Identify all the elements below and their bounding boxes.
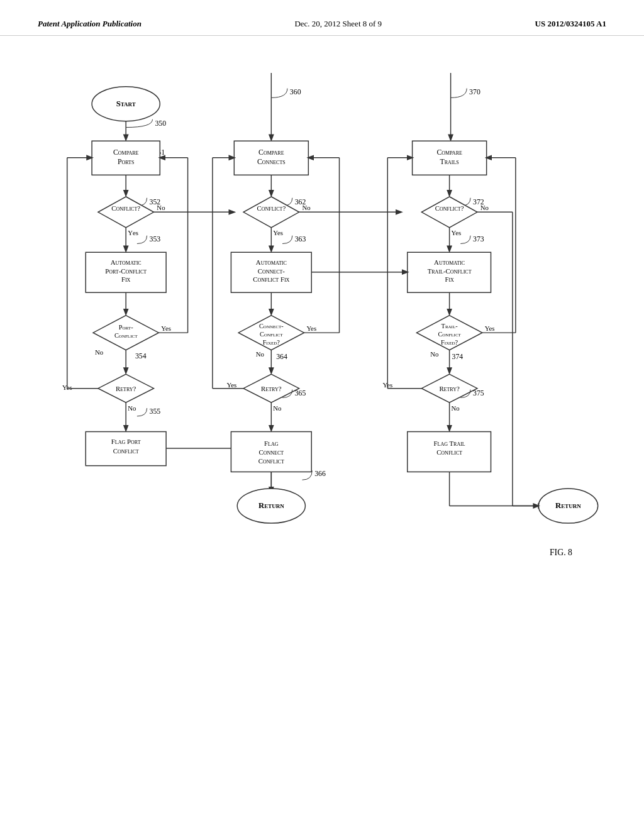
- svg-text:365: 365: [295, 389, 306, 397]
- svg-text:Return: Return: [555, 501, 581, 510]
- svg-text:Connect-: Connect-: [259, 323, 284, 329]
- svg-text:Compare: Compare: [258, 148, 284, 157]
- svg-text:353: 353: [150, 235, 161, 243]
- svg-text:360: 360: [290, 87, 301, 96]
- svg-text:Conflict?: Conflict?: [435, 204, 464, 212]
- svg-text:No: No: [273, 404, 281, 412]
- svg-text:Conflict?: Conflict?: [111, 204, 140, 212]
- svg-text:Trails: Trails: [440, 157, 458, 166]
- svg-text:Connects: Connects: [257, 157, 286, 166]
- svg-text:Retry?: Retry?: [439, 385, 460, 392]
- svg-text:FIG. 8: FIG. 8: [550, 548, 572, 557]
- svg-text:Retry?: Retry?: [261, 385, 282, 392]
- svg-text:Flag: Flag: [264, 440, 279, 447]
- svg-text:370: 370: [469, 87, 480, 96]
- svg-text:Compare: Compare: [436, 148, 462, 157]
- page: Patent Application Publication Dec. 20, …: [0, 0, 644, 830]
- svg-text:Fix: Fix: [445, 275, 454, 283]
- svg-text:Automatic: Automatic: [256, 258, 287, 266]
- svg-text:Ports: Ports: [118, 157, 135, 166]
- svg-text:366: 366: [314, 469, 326, 478]
- svg-text:No: No: [157, 204, 165, 211]
- svg-text:Yes: Yes: [227, 381, 237, 389]
- svg-text:Port-: Port-: [119, 324, 133, 331]
- svg-text:Yes: Yes: [128, 229, 138, 236]
- svg-text:374: 374: [452, 352, 464, 361]
- svg-text:354: 354: [135, 351, 147, 360]
- svg-text:No: No: [128, 404, 136, 412]
- svg-text:No: No: [452, 404, 460, 412]
- svg-text:Fixed?: Fixed?: [441, 339, 458, 346]
- diagram-area: Start 350 351 Compare Ports 352 Conflict…: [0, 36, 644, 790]
- svg-text:364: 364: [276, 352, 287, 361]
- svg-text:Port-Conflict: Port-Conflict: [105, 267, 147, 275]
- svg-text:Yes: Yes: [452, 229, 462, 236]
- svg-text:Flag Trail: Flag Trail: [434, 440, 465, 447]
- svg-text:Return: Return: [258, 501, 284, 510]
- svg-text:Connect-: Connect-: [258, 267, 286, 275]
- svg-text:Conflict: Conflict: [113, 447, 139, 455]
- svg-text:No: No: [303, 204, 311, 211]
- svg-text:No: No: [430, 350, 438, 358]
- svg-text:375: 375: [473, 389, 484, 397]
- svg-text:Conflict: Conflict: [436, 448, 462, 456]
- svg-text:Yes: Yes: [273, 229, 283, 236]
- svg-text:363: 363: [295, 235, 306, 243]
- svg-text:Conflict: Conflict: [258, 457, 284, 465]
- svg-text:Automatic: Automatic: [434, 258, 465, 266]
- svg-text:Conflict Fix: Conflict Fix: [253, 275, 289, 283]
- svg-text:Fix: Fix: [121, 275, 131, 283]
- svg-text:Trail-: Trail-: [441, 323, 458, 329]
- svg-text:355: 355: [150, 407, 161, 416]
- page-header: Patent Application Publication Dec. 20, …: [0, 0, 644, 36]
- svg-text:Connect: Connect: [259, 448, 284, 456]
- svg-text:Conflict?: Conflict?: [257, 204, 286, 212]
- svg-text:No: No: [480, 204, 489, 211]
- svg-text:350: 350: [155, 119, 166, 128]
- svg-text:Trail-Conflict: Trail-Conflict: [428, 267, 472, 275]
- svg-text:Yes: Yes: [485, 324, 495, 332]
- svg-text:Fixed?: Fixed?: [263, 339, 280, 346]
- svg-text:Yes: Yes: [161, 324, 171, 332]
- svg-text:Flag Port: Flag Port: [111, 438, 141, 445]
- svg-text:Yes: Yes: [306, 324, 316, 332]
- header-center: Dec. 20, 2012 Sheet 8 of 9: [294, 19, 382, 29]
- svg-text:Retry?: Retry?: [116, 385, 136, 392]
- svg-text:Automatic: Automatic: [111, 258, 142, 266]
- svg-text:Conflict: Conflict: [438, 331, 461, 338]
- svg-text:No: No: [256, 350, 264, 358]
- header-right: US 2012/0324105 A1: [535, 19, 606, 29]
- svg-text:373: 373: [473, 235, 484, 243]
- flowchart-svg: Start 350 351 Compare Ports 352 Conflict…: [0, 36, 644, 790]
- header-left: Patent Application Publication: [38, 19, 142, 29]
- svg-text:Compare: Compare: [113, 148, 139, 157]
- svg-text:Conflict: Conflict: [114, 332, 138, 339]
- svg-text:No: No: [95, 348, 103, 356]
- svg-text:Start: Start: [116, 99, 136, 108]
- svg-text:Conflict: Conflict: [260, 331, 283, 338]
